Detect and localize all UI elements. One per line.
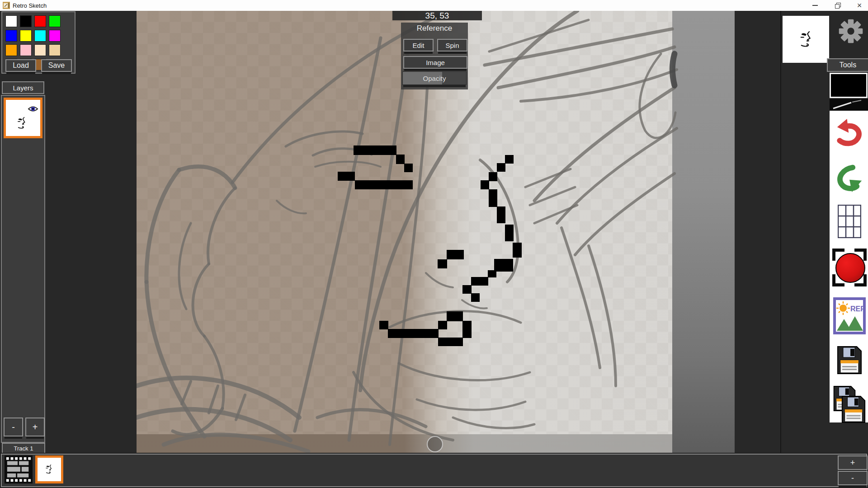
add-layer-label: + <box>33 422 38 432</box>
sun-icon-core <box>840 305 847 312</box>
layers-panel <box>1 95 45 443</box>
settings-gear-icon[interactable] <box>837 18 865 44</box>
palette-color-7[interactable] <box>49 30 61 42</box>
palette-color-9[interactable] <box>20 44 32 56</box>
reference-edit-button[interactable]: Edit <box>403 39 434 52</box>
reference-spin-button[interactable]: Spin <box>437 39 467 52</box>
remove-frame-label: - <box>851 474 854 483</box>
tools-header-label: Tools <box>840 61 856 69</box>
save-button-label: Save <box>48 61 65 70</box>
preview-drawing <box>791 24 822 56</box>
frame-thumbnail[interactable] <box>35 455 63 483</box>
current-color-swatch[interactable] <box>830 73 868 98</box>
frame-thumbnail-drawing <box>40 460 58 479</box>
app-window: Retro Sketch × Load Save Layers <box>0 0 868 488</box>
palette-color-4[interactable] <box>5 30 17 42</box>
remove-layer-button[interactable]: - <box>4 418 23 436</box>
pencil-tool-partial[interactable] <box>830 99 868 111</box>
canvas-preview-thumbnail <box>783 16 829 63</box>
reference-edit-label: Edit <box>413 42 425 49</box>
reference-image-label: Image <box>426 59 445 66</box>
reference-image-button[interactable]: REF <box>833 297 866 334</box>
minimize-icon <box>812 5 818 6</box>
layer-thumbnail-drawing <box>10 112 34 135</box>
title-bar: Retro Sketch × <box>0 0 868 11</box>
pencil-icon <box>830 99 868 111</box>
timeline <box>0 453 868 488</box>
remove-frame-button[interactable]: - <box>838 471 868 485</box>
palette-color-3[interactable] <box>49 15 61 27</box>
palette-color-5[interactable] <box>20 30 32 42</box>
tool-strip: REF <box>830 111 868 422</box>
layer-thumbnail[interactable] <box>4 98 42 138</box>
reference-panel-title: Reference <box>401 24 468 33</box>
undo-button[interactable] <box>836 117 863 147</box>
palette-color-10[interactable] <box>34 44 46 56</box>
reference-spin-label: Spin <box>445 42 459 49</box>
load-button-label: Load <box>13 61 29 70</box>
save-frame-button[interactable] <box>836 346 863 375</box>
add-frame-button[interactable]: + <box>838 455 868 470</box>
tools-header: Tools <box>827 58 868 72</box>
palette-color-11[interactable] <box>49 44 61 56</box>
add-frame-label: + <box>850 458 855 468</box>
reference-rotate-handle[interactable] <box>427 436 443 452</box>
add-layer-button[interactable]: + <box>25 418 45 436</box>
track-label-text: Track 1 <box>14 445 33 452</box>
grid-toggle-button[interactable] <box>838 205 861 238</box>
reference-opacity-slider[interactable]: Opacity <box>402 71 467 85</box>
layers-header: Layers <box>2 81 44 94</box>
reference-opacity-label: Opacity <box>403 72 466 84</box>
close-icon: × <box>857 1 862 10</box>
cursor-coordinates: 35, 53 <box>392 11 482 20</box>
layers-header-label: Layers <box>13 84 33 92</box>
palette-color-6[interactable] <box>34 30 46 42</box>
svg-text:REF: REF <box>850 305 865 313</box>
tools-panel: Tools <box>780 11 868 453</box>
save-all-button[interactable] <box>831 385 868 424</box>
track-label: Track 1 <box>2 443 45 454</box>
palette-color-8[interactable] <box>5 44 17 56</box>
filmstrip-icon[interactable] <box>5 455 33 483</box>
restore-button[interactable] <box>830 0 845 11</box>
restore-icon <box>835 3 840 8</box>
redo-button[interactable] <box>836 164 863 194</box>
minimize-button[interactable] <box>807 0 823 11</box>
close-button[interactable]: × <box>852 0 867 11</box>
record-button[interactable] <box>832 249 867 286</box>
timeline-track <box>1 454 867 487</box>
record-circle-icon <box>835 253 865 283</box>
load-button[interactable]: Load <box>5 59 36 72</box>
palette-color-2[interactable] <box>34 15 46 27</box>
reference-image-button[interactable]: Image <box>403 56 467 69</box>
palette-panel: Load Save <box>1 11 75 74</box>
remove-layer-label: - <box>12 422 15 432</box>
app-icon <box>3 2 10 9</box>
save-button[interactable]: Save <box>41 59 72 72</box>
window-title: Retro Sketch <box>13 2 47 9</box>
palette-color-1[interactable] <box>20 15 32 27</box>
cursor-coordinates-text: 35, 53 <box>425 11 449 21</box>
reference-panel: Reference Edit Spin Image Opacity <box>401 23 468 89</box>
palette-color-0[interactable] <box>5 15 17 27</box>
